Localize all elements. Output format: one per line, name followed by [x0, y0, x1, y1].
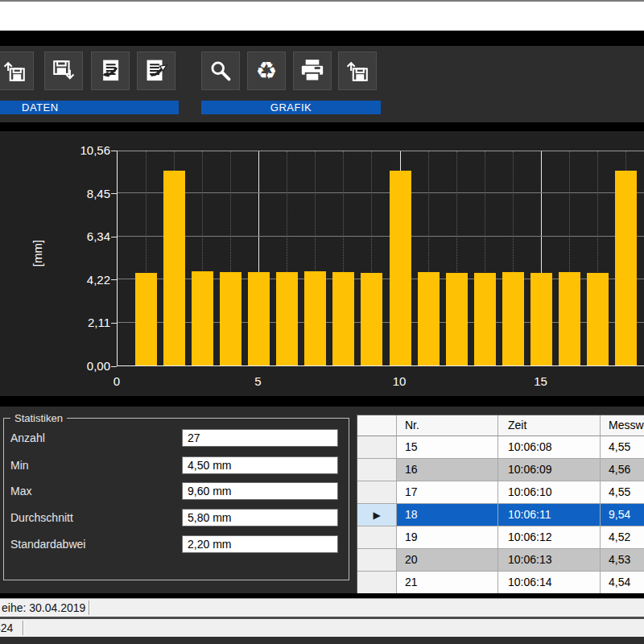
load-data-button[interactable] — [0, 52, 34, 90]
chart-bar[interactable] — [192, 271, 213, 365]
chart-bar[interactable] — [361, 273, 382, 365]
status-bar-1: eihe: 30.04.2019 — [0, 598, 644, 617]
chart-bar[interactable] — [559, 272, 580, 365]
min-field[interactable]: 4,50 mm — [182, 456, 338, 474]
durchschnitt-field[interactable]: 5,80 mm — [182, 509, 338, 526]
y-tick-label: 6,34 — [87, 229, 110, 243]
standardabwei-field[interactable]: 2,20 mm — [182, 535, 338, 553]
cell-zeit[interactable]: 10:06:13 — [498, 549, 601, 572]
y-tick-mark — [111, 366, 117, 367]
chart-bar[interactable] — [418, 272, 440, 365]
cell-nr[interactable]: 21 — [397, 572, 498, 593]
import-document-button[interactable] — [91, 52, 130, 90]
chart-bar[interactable] — [390, 171, 411, 365]
cell-messwert[interactable]: 4,56 — [601, 459, 644, 481]
separator-band-3 — [0, 396, 644, 407]
y-tick-label: 2,11 — [88, 316, 110, 330]
chart-bar[interactable] — [248, 272, 270, 365]
horizontal-gridline — [118, 192, 644, 193]
cell-zeit[interactable]: 10:06:08 — [498, 436, 601, 459]
chart-plot[interactable] — [117, 151, 644, 366]
print-icon — [298, 56, 327, 85]
chart-bar[interactable] — [304, 271, 326, 365]
chart-section: [mm] 0,002,114,226,348,4510,56051015 — [0, 131, 644, 396]
column-header-messwert[interactable]: Messwe — [601, 415, 644, 436]
table-row[interactable]: 15 10:06:08 4,55 — [357, 436, 644, 459]
separator-band-2 — [0, 122, 644, 131]
chart-bar[interactable] — [446, 273, 468, 365]
refresh-button[interactable]: ♻ — [247, 52, 286, 90]
chart-bar[interactable] — [530, 273, 552, 365]
save-graphic-button[interactable] — [338, 52, 377, 90]
cell-nr[interactable]: 16 — [397, 459, 498, 481]
cell-nr[interactable]: 18 — [397, 504, 498, 526]
chart-y-axis-label: [mm] — [31, 240, 44, 266]
cell-nr[interactable]: 19 — [397, 526, 498, 549]
window-bottom-strip — [0, 637, 644, 644]
cell-messwert[interactable]: 4,52 — [601, 526, 644, 549]
table-header-row: Nr. Zeit Messwe — [357, 415, 644, 436]
x-tick-label: 15 — [534, 374, 547, 388]
chart-bar[interactable] — [502, 272, 524, 365]
chart-bar[interactable] — [135, 273, 157, 365]
row-selector-cell[interactable] — [357, 459, 397, 481]
y-tick-mark — [111, 237, 117, 237]
column-header-nr[interactable]: Nr. — [397, 415, 498, 436]
chart-bar[interactable] — [587, 273, 609, 365]
table-row[interactable]: 19 10:06:12 4,52 — [357, 526, 644, 549]
row-selector-cell[interactable] — [357, 526, 397, 549]
column-header-zeit[interactable]: Zeit — [498, 415, 601, 436]
export-document-button[interactable] — [137, 52, 175, 90]
table-row[interactable]: 20 10:06:13 4,53 — [357, 549, 644, 572]
row-selector-cell[interactable] — [357, 481, 397, 504]
cell-nr[interactable]: 17 — [397, 481, 498, 504]
cell-messwert[interactable]: 4,55 — [601, 436, 644, 459]
y-tick-label: 0,00 — [87, 359, 110, 373]
cell-messwert[interactable]: 4,54 — [601, 572, 644, 593]
row-selector-cell-current[interactable]: ▶ — [357, 504, 397, 526]
table-row-selected[interactable]: ▶ 18 10:06:11 9,54 — [357, 504, 644, 526]
cell-messwert[interactable]: 9,54 — [601, 504, 644, 526]
chart-bar[interactable] — [474, 273, 496, 365]
stat-row-anzahl: Anzahl 27 — [4, 429, 349, 447]
chart-bar[interactable] — [163, 171, 185, 365]
cell-zeit[interactable]: 10:06:09 — [498, 459, 601, 481]
status-separator — [23, 621, 24, 635]
cell-messwert[interactable]: 4,55 — [601, 481, 644, 504]
cell-nr[interactable]: 15 — [397, 436, 498, 459]
table-row[interactable]: 21 10:06:14 4,54 — [357, 572, 644, 593]
chart-bar[interactable] — [276, 272, 298, 365]
cell-zeit[interactable]: 10:06:11 — [498, 504, 601, 526]
chart-bar[interactable] — [220, 272, 242, 365]
y-tick-mark — [111, 151, 117, 151]
print-button[interactable] — [293, 52, 332, 90]
y-tick-label: 8,45 — [87, 187, 110, 200]
row-selector-cell[interactable] — [357, 436, 397, 459]
chart-bar[interactable] — [615, 171, 637, 365]
import-document-icon — [97, 57, 124, 85]
cell-zeit[interactable]: 10:06:12 — [498, 526, 601, 549]
row-selector-header[interactable] — [357, 415, 397, 436]
chart-bar[interactable] — [332, 272, 354, 365]
statistics-title: Statistiken — [10, 412, 67, 424]
row-selector-cell[interactable] — [357, 572, 397, 593]
cell-nr[interactable]: 20 — [397, 549, 498, 572]
table-row[interactable]: 17 10:06:10 4,55 — [357, 481, 644, 504]
export-document-icon — [142, 57, 170, 85]
zoom-magnifier-icon — [207, 57, 234, 85]
cell-zeit[interactable]: 10:06:14 — [498, 572, 601, 593]
grafik-group-label: GRAFIK — [201, 101, 381, 114]
cell-zeit[interactable]: 10:06:10 — [498, 481, 601, 504]
cell-messwert[interactable]: 4,53 — [601, 549, 644, 572]
toolbar: ♻ DATEN GRAF — [0, 46, 644, 122]
durchschnitt-label: Durchschnitt — [10, 509, 73, 526]
anzahl-field[interactable]: 27 — [182, 429, 338, 447]
save-data-button[interactable] — [44, 52, 83, 90]
zoom-button[interactable] — [201, 52, 240, 90]
save-graphic-floppy-up-icon — [344, 57, 371, 85]
y-tick-label: 4,22 — [87, 273, 110, 287]
x-tick-label: 10 — [393, 374, 407, 388]
max-field[interactable]: 9,60 mm — [182, 482, 338, 500]
row-selector-cell[interactable] — [357, 549, 397, 572]
table-row[interactable]: 16 10:06:09 4,56 — [357, 459, 644, 481]
